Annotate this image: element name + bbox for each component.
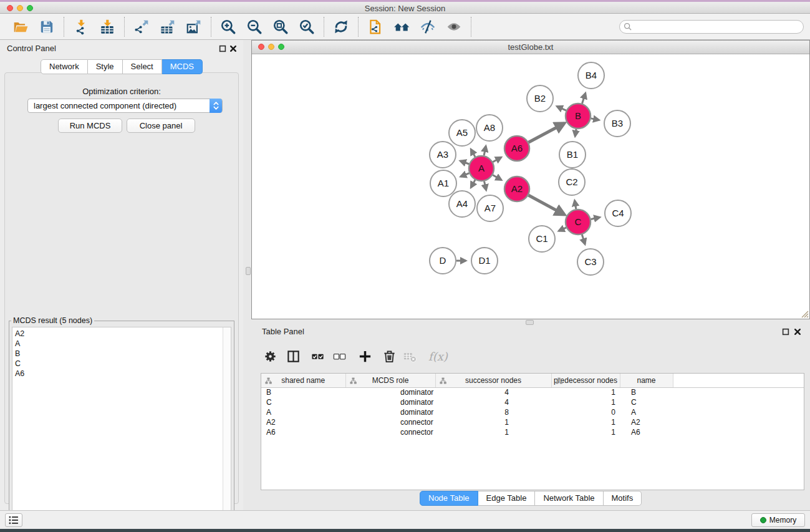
graph-node-C4[interactable]: C4: [605, 200, 631, 226]
float-panel-icon[interactable]: [219, 45, 226, 52]
graph-node-A1[interactable]: A1: [430, 170, 456, 196]
column-header-shared-name[interactable]: shared name: [261, 374, 345, 387]
graph-edge-C-C4[interactable]: [591, 217, 600, 219]
tab-style[interactable]: Style: [88, 59, 123, 74]
cell-predecessor_nodes[interactable]: 1: [551, 427, 620, 437]
delete-column-button[interactable]: [382, 349, 397, 364]
network-canvas[interactable]: B4B2BB3A8A5A6B1A3AC2A1A2A4A7C4CC1C3DD1: [252, 54, 809, 319]
tab-edge-table[interactable]: Edge Table: [478, 491, 536, 506]
first-neighbors-button[interactable]: [392, 17, 412, 37]
cell-shared_name[interactable]: A6: [261, 427, 345, 437]
tab-select[interactable]: Select: [123, 59, 162, 74]
export-network-button[interactable]: [132, 17, 152, 37]
close-panel-button[interactable]: Close panel: [127, 118, 195, 133]
refresh-button[interactable]: [331, 17, 351, 37]
cell-shared_name[interactable]: B: [261, 387, 345, 397]
graph-edge-B-B1[interactable]: [575, 129, 576, 137]
graph-edge-B-B4[interactable]: [582, 94, 586, 104]
table-row-B[interactable]: Bdominator41B: [261, 387, 804, 397]
mcds-result-item[interactable]: A: [12, 339, 231, 349]
open-session-button[interactable]: [11, 17, 31, 37]
zoom-selected-button[interactable]: [297, 17, 317, 37]
graph-node-D[interactable]: D: [430, 248, 456, 274]
cell-name[interactable]: B: [620, 387, 673, 397]
hide-selected-button[interactable]: [418, 17, 438, 37]
import-network-button[interactable]: [71, 17, 91, 37]
graph-node-A[interactable]: A: [469, 156, 494, 181]
graph-edge-A-A3[interactable]: [460, 161, 469, 164]
deselect-all-rows-button[interactable]: [332, 349, 347, 364]
tab-node-table[interactable]: Node Table: [420, 491, 478, 506]
graph-edge-A2-C[interactable]: [529, 195, 565, 215]
cell-shared_name[interactable]: C: [261, 397, 345, 407]
graph-node-C3[interactable]: C3: [577, 249, 604, 275]
zoom-in-button[interactable]: [218, 17, 238, 37]
graph-node-B4[interactable]: B4: [578, 62, 604, 89]
table-settings-button[interactable]: [263, 349, 277, 364]
cell-shared_name[interactable]: A: [261, 407, 345, 417]
graph-edge-A-A6[interactable]: [493, 157, 501, 162]
graph-edge-C-C3[interactable]: [582, 235, 585, 244]
cell-predecessor_nodes[interactable]: 1: [551, 387, 620, 397]
graph-node-C2[interactable]: C2: [559, 169, 585, 195]
column-header-predecessor-nodes[interactable]: predecessor nodes: [551, 374, 620, 387]
graph-node-A2[interactable]: A2: [504, 177, 529, 201]
graph-node-C1[interactable]: C1: [529, 226, 555, 252]
mcds-result-item[interactable]: A6: [12, 369, 231, 379]
mcds-result-item[interactable]: C: [12, 359, 231, 369]
window-resize-grip[interactable]: [800, 309, 809, 318]
table-row-A2[interactable]: A2connector11A2: [261, 417, 804, 427]
graph-edge-A6-B[interactable]: [529, 123, 564, 143]
graph-edge-A-A1[interactable]: [461, 173, 470, 177]
cell-mcds_role[interactable]: dominator: [345, 397, 435, 407]
cell-successor_nodes[interactable]: 4: [435, 397, 551, 407]
cell-successor_nodes[interactable]: 8: [435, 407, 551, 417]
select-all-rows-button[interactable]: [311, 349, 325, 364]
run-mcds-button[interactable]: Run MCDS: [58, 118, 122, 133]
graph-node-C[interactable]: C: [566, 210, 591, 235]
cell-name[interactable]: A2: [620, 417, 673, 427]
tab-network[interactable]: Network: [41, 59, 88, 74]
column-header-mcds-role[interactable]: MCDS role: [345, 374, 435, 387]
network-graph[interactable]: B4B2BB3A8A5A6B1A3AC2A1A2A4A7C4CC1C3DD1: [252, 54, 809, 319]
save-session-button[interactable]: [37, 17, 57, 37]
cell-mcds_role[interactable]: connector: [345, 427, 435, 437]
graph-node-D1[interactable]: D1: [471, 248, 498, 274]
graph-node-A3[interactable]: A3: [430, 142, 456, 168]
table-row-A[interactable]: Adominator80A: [261, 407, 804, 417]
cell-name[interactable]: A: [620, 407, 673, 417]
tab-network-table[interactable]: Network Table: [535, 491, 603, 506]
cell-name[interactable]: A6: [620, 427, 673, 437]
cell-predecessor_nodes[interactable]: 1: [551, 397, 620, 407]
graph-edge-C-C1[interactable]: [559, 228, 566, 231]
graph-node-B2[interactable]: B2: [527, 85, 553, 112]
export-image-button[interactable]: [184, 17, 204, 37]
graph-node-A8[interactable]: A8: [476, 115, 503, 141]
cell-predecessor_nodes[interactable]: 1: [551, 417, 620, 427]
column-header-successor-nodes[interactable]: successor nodes: [435, 374, 551, 387]
add-column-button[interactable]: [358, 349, 372, 364]
zoom-fit-button[interactable]: [271, 17, 291, 37]
import-table-button[interactable]: [97, 17, 117, 37]
graph-edge-A-A5[interactable]: [471, 149, 475, 157]
graph-node-B[interactable]: B: [566, 104, 591, 128]
graph-node-B3[interactable]: B3: [604, 110, 630, 137]
graph-node-A5[interactable]: A5: [449, 120, 475, 146]
graph-node-B1[interactable]: B1: [559, 142, 586, 168]
cell-successor_nodes[interactable]: 4: [435, 387, 551, 397]
export-table-button[interactable]: [158, 17, 178, 37]
zoom-out-button[interactable]: [244, 17, 264, 37]
tab-motifs[interactable]: Motifs: [604, 491, 642, 506]
cell-successor_nodes[interactable]: 1: [435, 417, 551, 427]
cell-mcds_role[interactable]: dominator: [345, 407, 435, 417]
column-layout-button[interactable]: [286, 349, 301, 364]
graph-edge-A-A7[interactable]: [485, 181, 486, 190]
table-row-A6[interactable]: A6connector11A6: [261, 427, 804, 437]
mcds-result-item[interactable]: B: [12, 349, 231, 359]
mcds-result-scrollbar[interactable]: [223, 327, 231, 524]
mcds-result-item[interactable]: A2: [12, 329, 231, 339]
graph-edge-C-C2[interactable]: [575, 201, 576, 210]
graph-edge-A-A8[interactable]: [484, 146, 486, 155]
graph-edge-B-B2[interactable]: [557, 107, 566, 111]
graph-node-A4[interactable]: A4: [449, 191, 475, 217]
